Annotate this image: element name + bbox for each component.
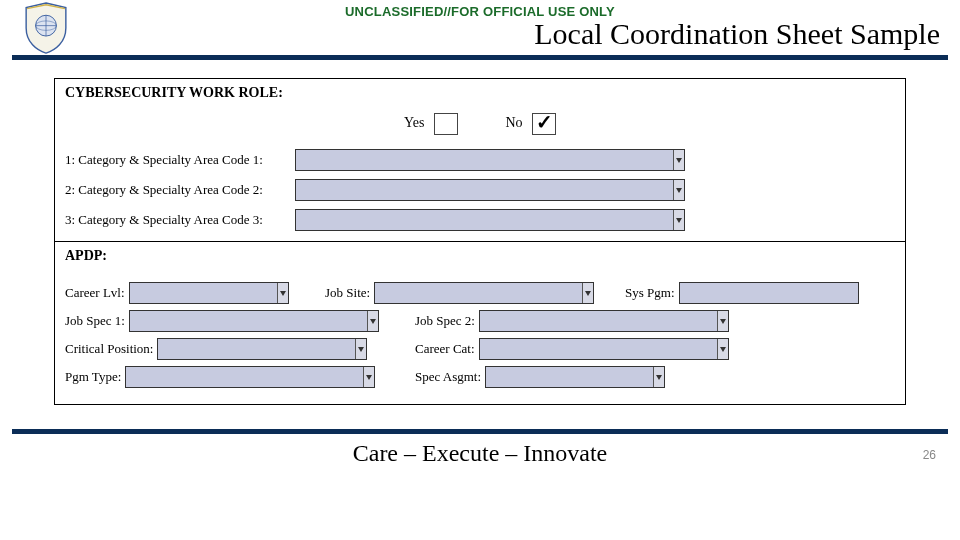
cyber-section-label: CYBERSECURITY WORK ROLE: xyxy=(55,79,905,105)
chevron-down-icon xyxy=(673,210,684,230)
chevron-down-icon xyxy=(673,150,684,170)
cat-code-1-dropdown[interactable] xyxy=(295,149,685,171)
page-number: 26 xyxy=(923,448,936,462)
chevron-down-icon xyxy=(717,339,728,359)
career-lvl-dropdown[interactable] xyxy=(129,282,289,304)
chevron-down-icon xyxy=(653,367,664,387)
cat-row-1-label: 1: Category & Specialty Area Code 1: xyxy=(65,152,295,168)
critical-position-dropdown[interactable] xyxy=(157,338,367,360)
cat-code-3-dropdown[interactable] xyxy=(295,209,685,231)
job-spec1-dropdown[interactable] xyxy=(129,310,379,332)
sys-pgm-label: Sys Pgm: xyxy=(625,285,675,301)
job-site-dropdown[interactable] xyxy=(374,282,594,304)
job-spec2-dropdown[interactable] xyxy=(479,310,729,332)
footer-tagline: Care – Execute – Innovate xyxy=(353,440,608,466)
chevron-down-icon xyxy=(717,311,728,331)
footer-divider xyxy=(12,429,948,434)
cyber-no-checkbox[interactable] xyxy=(532,113,556,135)
org-shield-icon xyxy=(20,2,72,54)
chevron-down-icon xyxy=(582,283,593,303)
chevron-down-icon xyxy=(367,311,378,331)
header-divider xyxy=(12,55,948,60)
chevron-down-icon xyxy=(355,339,366,359)
pgm-type-label: Pgm Type: xyxy=(65,369,121,385)
job-spec1-label: Job Spec 1: xyxy=(65,313,125,329)
pgm-type-dropdown[interactable] xyxy=(125,366,375,388)
career-lvl-label: Career Lvl: xyxy=(65,285,125,301)
spec-asgmt-dropdown[interactable] xyxy=(485,366,665,388)
form-sample: CYBERSECURITY WORK ROLE: Yes No 1: Categ… xyxy=(54,78,906,405)
chevron-down-icon xyxy=(363,367,374,387)
page-title: Local Coordination Sheet Sample xyxy=(12,17,948,51)
chevron-down-icon xyxy=(673,180,684,200)
sys-pgm-field[interactable] xyxy=(679,282,859,304)
cyber-yes-checkbox[interactable] xyxy=(434,113,458,135)
job-spec2-label: Job Spec 2: xyxy=(415,313,475,329)
cat-code-2-dropdown[interactable] xyxy=(295,179,685,201)
cyber-no-label: No xyxy=(505,115,522,130)
job-site-label: Job Site: xyxy=(325,285,370,301)
cyber-yes-label: Yes xyxy=(404,115,424,130)
career-cat-label: Career Cat: xyxy=(415,341,475,357)
critical-position-label: Critical Position: xyxy=(65,341,153,357)
apdp-section-label: APDP: xyxy=(55,242,905,272)
cat-row-2-label: 2: Category & Specialty Area Code 2: xyxy=(65,182,295,198)
chevron-down-icon xyxy=(277,283,288,303)
cat-row-3-label: 3: Category & Specialty Area Code 3: xyxy=(65,212,295,228)
spec-asgmt-label: Spec Asgmt: xyxy=(415,369,481,385)
career-cat-dropdown[interactable] xyxy=(479,338,729,360)
